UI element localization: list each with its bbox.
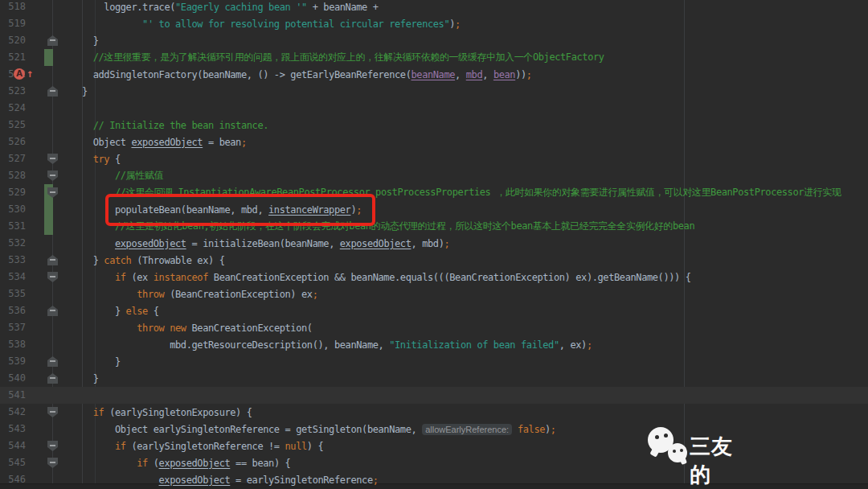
line-number[interactable]: 527 — [0, 153, 26, 164]
code-text[interactable]: Object exposedObject = bean; — [82, 137, 868, 148]
editor-gutter[interactable]: 533 — [0, 252, 82, 269]
editor-gutter[interactable]: 545 — [0, 454, 82, 471]
code-text[interactable]: exposedObject = initializeBean(beanName,… — [82, 238, 868, 249]
line-number[interactable]: 533 — [0, 254, 26, 265]
editor-gutter[interactable]: 523 — [0, 83, 82, 100]
code-line[interactable]: 535 throw (BeanCreationException) ex; — [0, 286, 868, 302]
code-line[interactable]: 541 — [0, 387, 868, 404]
line-number[interactable]: 521 — [0, 51, 26, 63]
editor-gutter[interactable]: 543 — [0, 421, 82, 438]
code-line[interactable]: 533 } catch (Throwable ex) { — [0, 252, 868, 269]
code-text[interactable]: } — [82, 356, 868, 368]
code-line[interactable]: 539 } — [0, 353, 868, 370]
code-text[interactable]: } catch (Throwable ex) { — [82, 255, 868, 266]
code-line[interactable]: 519 "' to allow for resolving potential … — [0, 15, 868, 32]
line-number[interactable]: 526 — [0, 136, 26, 147]
line-number[interactable]: 536 — [0, 305, 26, 316]
editor-gutter[interactable]: 542 — [0, 404, 82, 421]
code-line[interactable]: 537 throw new BeanCreationException( — [0, 319, 868, 336]
editor-gutter[interactable]: 524 — [0, 100, 82, 117]
line-number[interactable]: 523 — [0, 85, 26, 97]
editor-gutter[interactable]: 537 — [0, 319, 82, 336]
fold-marker-icon[interactable] — [47, 272, 58, 282]
code-text[interactable]: } else { — [82, 306, 868, 317]
line-number[interactable]: 518 — [0, 1, 26, 12]
line-number[interactable]: 519 — [0, 18, 26, 29]
editor-gutter[interactable]: 534 — [0, 269, 82, 286]
fold-marker-icon[interactable] — [47, 373, 58, 384]
line-number[interactable]: 544 — [0, 440, 26, 451]
editor-gutter[interactable]: 521 — [0, 49, 82, 66]
line-number[interactable]: 534 — [0, 271, 26, 282]
line-number[interactable]: 538 — [0, 339, 26, 350]
code-text[interactable]: "' to allow for resolving potential circ… — [82, 18, 868, 30]
editor-gutter[interactable]: 522A↑ — [0, 66, 82, 83]
fold-marker-icon[interactable] — [47, 255, 58, 265]
line-number[interactable]: 530 — [0, 203, 26, 215]
editor-gutter[interactable]: 536 — [0, 302, 82, 319]
editor-gutter[interactable]: 546 — [0, 471, 82, 488]
fold-marker-icon[interactable] — [47, 441, 58, 451]
line-number[interactable]: 545 — [0, 457, 26, 468]
editor-gutter[interactable]: 535 — [0, 286, 82, 302]
code-text[interactable]: Object earlySingletonReference = getSing… — [82, 424, 868, 435]
editor-gutter[interactable]: 520 — [0, 32, 82, 49]
editor-gutter[interactable]: 541 — [0, 387, 82, 404]
code-text[interactable]: addSingletonFactory(beanName, () -> getE… — [82, 69, 868, 80]
fold-marker-icon[interactable] — [47, 356, 58, 367]
editor-gutter[interactable]: 539 — [0, 353, 82, 370]
code-line[interactable]: 523} — [0, 83, 868, 100]
code-text[interactable]: mbd.getResourceDescription(), beanName, … — [82, 339, 868, 351]
line-number[interactable]: 528 — [0, 170, 26, 181]
editor-gutter[interactable]: 540 — [0, 370, 82, 387]
code-text[interactable]: //这里很重要，是为了解决循环引用的问题，跟上面说的对应上的，往解决循环依赖的一… — [82, 51, 868, 64]
code-line[interactable]: 532 exposedObject = initializeBean(beanN… — [0, 235, 868, 252]
line-number[interactable]: 525 — [0, 119, 26, 130]
code-text[interactable]: logger.trace("Eagerly caching bean '" + … — [82, 2, 868, 13]
fold-marker-icon[interactable] — [47, 407, 58, 417]
editor-gutter[interactable]: 538 — [0, 336, 82, 353]
code-line[interactable]: 520 } — [0, 32, 868, 49]
line-number[interactable]: 532 — [0, 237, 26, 249]
code-text[interactable]: exposedObject = earlySingletonReference; — [82, 475, 868, 486]
code-text[interactable]: //属性赋值 — [82, 169, 868, 183]
code-text[interactable]: } — [82, 35, 868, 47]
line-number[interactable]: 540 — [0, 372, 26, 384]
code-line[interactable]: 540 } — [0, 370, 868, 387]
line-number[interactable]: 524 — [0, 102, 26, 113]
editor-gutter[interactable]: 532 — [0, 235, 82, 252]
code-text[interactable]: } — [82, 373, 868, 384]
code-text[interactable]: throw (BeanCreationException) ex; — [82, 289, 868, 300]
line-number[interactable]: 546 — [0, 474, 26, 485]
code-line[interactable]: 538 mbd.getResourceDescription(), beanNa… — [0, 336, 868, 353]
code-text[interactable]: if (exposedObject == bean) { — [82, 458, 868, 469]
fold-marker-icon[interactable] — [47, 458, 58, 468]
editor-gutter[interactable]: 519 — [0, 15, 82, 32]
code-line[interactable]: 528 //属性赋值 — [0, 167, 868, 184]
line-number[interactable]: 535 — [0, 288, 26, 299]
code-line[interactable]: 542 if (earlySingletonExposure) { — [0, 404, 868, 421]
code-line[interactable]: 536 } else { — [0, 302, 868, 319]
code-text[interactable]: if (earlySingletonReference != null) { — [82, 441, 868, 452]
line-number[interactable]: 520 — [0, 35, 26, 46]
editor-gutter[interactable]: 531 — [0, 218, 82, 235]
code-line[interactable]: 521 //这里很重要，是为了解决循环引用的问题，跟上面说的对应上的，往解决循环… — [0, 49, 868, 66]
line-number[interactable]: 542 — [0, 406, 26, 417]
code-text[interactable]: } — [82, 86, 868, 97]
code-line[interactable]: 518 logger.trace("Eagerly caching bean '… — [0, 0, 868, 15]
code-line[interactable]: 525 // Initialize the bean instance. — [0, 117, 868, 134]
line-number[interactable]: 543 — [0, 423, 26, 434]
code-text[interactable]: if (ex instanceof BeanCreationException … — [82, 272, 868, 283]
code-area[interactable]: 518 logger.trace("Eagerly caching bean '… — [0, 0, 868, 488]
line-number[interactable]: 529 — [0, 187, 26, 198]
bookmark-icon[interactable]: A — [14, 68, 25, 80]
code-line[interactable]: 522A↑ addSingletonFactory(beanName, () -… — [0, 66, 868, 83]
code-text[interactable]: throw new BeanCreationException( — [82, 323, 868, 334]
code-text[interactable]: try { — [82, 154, 868, 165]
fold-marker-icon[interactable] — [47, 35, 58, 46]
editor-gutter[interactable]: 525 — [0, 117, 82, 134]
code-line[interactable]: 526 Object exposedObject = bean; — [0, 134, 868, 150]
editor-gutter[interactable]: 544 — [0, 438, 82, 454]
code-line[interactable]: 524 — [0, 100, 868, 117]
editor-gutter[interactable]: 529 — [0, 184, 82, 201]
